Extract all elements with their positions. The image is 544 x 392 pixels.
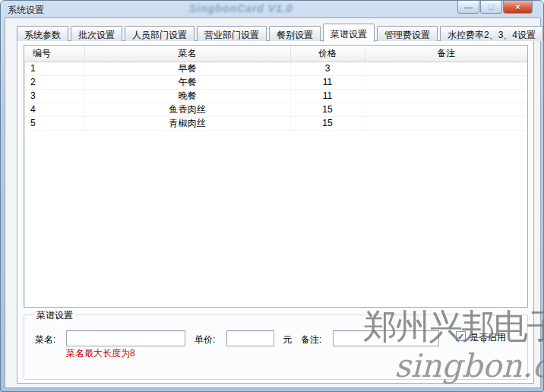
tab-strip: 系统参数 批次设置 人员部门设置 营业部门设置 餐别设置 菜谱设置 管理费设置 … — [17, 24, 544, 41]
cell-number: 5 — [24, 116, 84, 130]
remark-label: 备注: — [301, 334, 321, 346]
checkmark-icon: ✓ — [457, 333, 464, 340]
table-header-row: 编号 菜名 价格 备注 — [24, 46, 527, 62]
cell-number: 3 — [24, 89, 84, 103]
close-icon: × — [515, 2, 520, 11]
window-title: 系统设置 — [8, 4, 44, 17]
column-header-number[interactable]: 编号 — [24, 46, 84, 62]
table-row[interactable]: 3 晚餐 11 — [24, 89, 527, 103]
cell-remark — [365, 116, 527, 130]
cell-number: 1 — [24, 62, 84, 75]
column-header-price[interactable]: 价格 — [290, 46, 365, 62]
tab-water-rate[interactable]: 水控费率2、3、4设置 — [440, 26, 543, 41]
titlebar-watermark: SingbonCard V1.0 — [189, 2, 372, 14]
title-bar: 系统设置 SingbonCard V1.0 — □ × — [1, 1, 543, 17]
tab-menu-settings[interactable]: 菜谱设置 — [323, 24, 375, 42]
yuan-unit-label: 元 — [283, 334, 292, 346]
enable-checkbox-label: 是否启用 — [470, 331, 506, 344]
cell-dish: 早餐 — [84, 62, 290, 75]
groupbox-title: 菜谱设置 — [33, 309, 76, 322]
window-controls: — □ × — [457, 1, 533, 14]
maximize-button[interactable]: □ — [480, 1, 502, 14]
dish-name-label: 菜名: — [35, 334, 55, 346]
cell-dish: 晚餐 — [84, 89, 290, 103]
tab-personnel-dept[interactable]: 人员部门设置 — [125, 26, 195, 41]
minimize-icon: — — [464, 2, 473, 11]
cell-number: 2 — [24, 75, 84, 89]
table-row[interactable]: 5 青椒肉丝 15 — [24, 116, 527, 130]
maximize-icon: □ — [489, 2, 494, 11]
close-button[interactable]: × — [503, 1, 533, 14]
cell-remark — [365, 89, 527, 103]
unit-price-label: 单价: — [195, 334, 215, 346]
remark-input[interactable] — [333, 330, 439, 346]
cell-price: 3 — [290, 62, 365, 75]
tab-meal-type[interactable]: 餐别设置 — [269, 26, 321, 41]
cell-dish: 午餐 — [84, 75, 290, 89]
enable-checkbox[interactable]: ✓ — [456, 331, 466, 341]
column-header-remark[interactable]: 备注 — [365, 46, 527, 62]
cell-remark — [365, 103, 527, 116]
unit-price-input[interactable] — [226, 330, 274, 346]
cell-price: 11 — [290, 75, 365, 89]
table-row[interactable]: 1 早餐 3 — [24, 62, 527, 75]
table-row[interactable]: 2 午餐 11 — [24, 75, 527, 89]
cell-remark — [365, 62, 527, 75]
menu-settings-tab-page: 编号 菜名 价格 备注 1 早餐 3 — [17, 40, 534, 384]
tab-admin-fee[interactable]: 管理费设置 — [377, 26, 438, 41]
cell-price: 15 — [290, 116, 365, 130]
tab-business-dept[interactable]: 营业部门设置 — [197, 26, 267, 41]
column-header-dish[interactable]: 菜名 — [84, 46, 290, 62]
dish-table: 编号 菜名 价格 备注 1 早餐 3 — [24, 45, 528, 308]
dish-name-input[interactable] — [66, 330, 185, 346]
cell-dish: 青椒肉丝 — [84, 116, 290, 130]
tab-batch-settings[interactable]: 批次设置 — [71, 26, 122, 41]
cell-price: 11 — [290, 89, 365, 103]
cell-price: 15 — [290, 103, 365, 116]
menu-settings-groupbox: 菜谱设置 菜名: 单价: 元 备注: ✓ 是否启用 菜名最大长度为8 查 询 添… — [24, 315, 528, 380]
cell-remark — [365, 75, 527, 89]
dialog-client-area: 系统参数 批次设置 人员部门设置 营业部门设置 餐别设置 菜谱设置 管理费设置 … — [5, 17, 541, 388]
table-row[interactable]: 4 鱼香肉丝 15 — [24, 103, 527, 116]
cell-dish: 鱼香肉丝 — [84, 103, 290, 116]
max-length-hint: 菜名最大长度为8 — [66, 347, 135, 360]
cell-number: 4 — [24, 103, 84, 116]
system-settings-window: 系统设置 SingbonCard V1.0 — □ × 系统参数 批次设置 人员… — [0, 0, 544, 392]
tab-system-params[interactable]: 系统参数 — [17, 26, 68, 41]
minimize-button[interactable]: — — [457, 1, 479, 14]
